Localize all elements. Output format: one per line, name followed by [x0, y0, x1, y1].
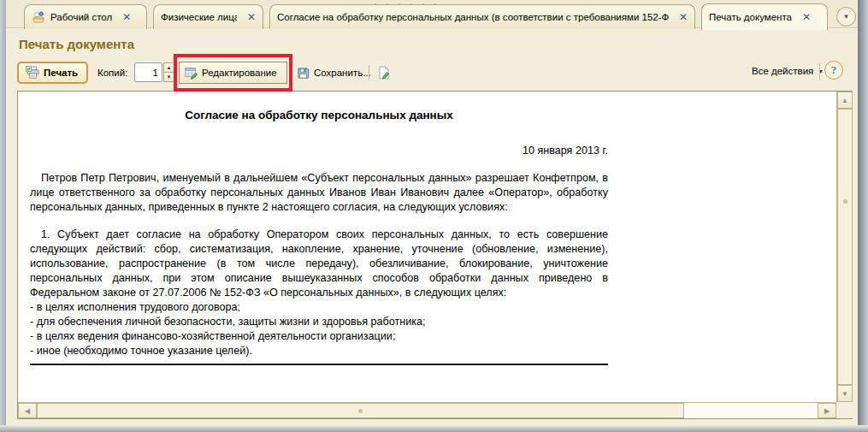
vertical-scrollbar[interactable]: ▲ ▼ [836, 92, 853, 402]
tab-label: Печать документа [709, 12, 792, 22]
spin-down-icon[interactable]: ▼ [163, 73, 174, 82]
edit-label: Редактирование [202, 68, 277, 78]
document-list-item: - в целях исполнения трудового договора; [30, 300, 608, 315]
close-icon[interactable]: ✕ [802, 12, 811, 22]
tab-label: Согласие на обработку персональных данны… [277, 12, 669, 22]
scrollbar-corner [836, 402, 853, 418]
page-edit-icon [377, 66, 391, 80]
scroll-left-icon[interactable]: ◀ [18, 403, 37, 418]
copies-label: Копий: [97, 68, 127, 78]
document-list-item: - иное (необходимо точное указание целей… [30, 344, 608, 358]
document-title: Согласие на обработку персональных данны… [30, 109, 608, 121]
horizontal-scrollbar-thumb[interactable] [37, 403, 684, 418]
close-icon[interactable]: ✕ [247, 12, 256, 22]
save-button[interactable]: Сохранить... [297, 63, 371, 82]
tab-label: Рабочий стол [50, 12, 112, 22]
tab-list-dropdown-button[interactable]: ▼ [836, 7, 856, 27]
window-frame-left [0, 0, 6, 432]
desktop-icon [32, 10, 45, 24]
table-edit-icon [185, 67, 198, 80]
copies-stepper: ▲ ▼ [163, 62, 174, 82]
vertical-scrollbar-thumb[interactable] [837, 109, 853, 385]
document-paragraph: Петров Петр Петрович, именуемый в дальне… [30, 171, 608, 215]
document-page: Согласие на обработку персональных данны… [18, 92, 836, 402]
print-button[interactable]: Печать [17, 62, 88, 84]
close-icon[interactable]: ✕ [679, 12, 688, 22]
question-mark-icon: ? [831, 63, 837, 77]
document-paragraph: 1. Субъект дает согласие на обработку Оп… [30, 228, 608, 300]
print-label: Печать [44, 68, 78, 78]
page-title: Печать документа [19, 37, 134, 51]
close-icon[interactable]: ✕ [122, 12, 131, 22]
window-frame-bottom [0, 425, 868, 432]
printer-icon [26, 66, 39, 80]
tab-consent[interactable]: Согласие на обработку персональных данны… [269, 4, 695, 29]
document-list-item: - для обеспечения личной безопасности, з… [30, 315, 608, 329]
save-label: Сохранить... [314, 68, 371, 78]
tab-label: Физические лица [161, 12, 237, 22]
all-actions-button[interactable]: Все действия ▼ [752, 66, 824, 76]
all-actions-label: Все действия [752, 66, 813, 76]
document-preview-panel: Согласие на обработку персональных данны… [17, 91, 853, 419]
copies-input[interactable] [134, 62, 162, 82]
scroll-right-icon[interactable]: ▶ [818, 403, 836, 418]
scroll-up-icon[interactable]: ▲ [837, 92, 853, 109]
chevron-down-icon: ▼ [843, 13, 850, 21]
edit-button[interactable]: Редактирование [179, 62, 287, 84]
toolbar-separator [369, 65, 369, 80]
toolbar-separator [819, 63, 820, 80]
document-list-item: - в целях ведения финансово-хозяйственно… [30, 329, 608, 344]
window-frame-right [858, 0, 868, 432]
help-button[interactable]: ? [824, 61, 843, 80]
tab-print-document[interactable]: Печать документа ✕ [701, 3, 828, 30]
save-copy-button[interactable] [374, 62, 394, 83]
horizontal-scrollbar[interactable]: ◀ ▶ [18, 402, 836, 418]
document-date: 10 января 2013 г. [30, 145, 608, 157]
signature-line [30, 364, 608, 365]
tab-persons[interactable]: Физические лица ✕ [153, 4, 263, 29]
spin-up-icon[interactable]: ▲ [163, 62, 174, 73]
scroll-down-icon[interactable]: ▼ [837, 385, 853, 402]
floppy-disk-icon [297, 67, 310, 80]
app-window: Рабочий стол ✕ Физические лица ✕ Согласи… [0, 0, 868, 432]
tab-desktop[interactable]: Рабочий стол ✕ [24, 4, 147, 29]
